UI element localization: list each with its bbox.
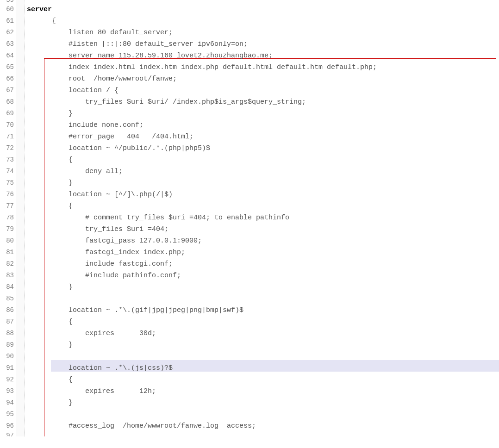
code-line[interactable]: # comment try_files $uri =404; to enable… <box>27 212 499 224</box>
line-number: 66 <box>0 73 14 85</box>
line-number: 73 <box>0 154 14 166</box>
code-line[interactable]: #access_log /home/wwwroot/fanwe.log acce… <box>27 420 499 432</box>
code-line[interactable]: #error_page 404 /404.html; <box>27 131 499 143</box>
line-number: 80 <box>0 235 14 247</box>
line-number: 76 <box>0 189 14 200</box>
line-number: 84 <box>0 281 14 293</box>
code-line[interactable]: expires 12h; <box>27 386 499 397</box>
code-line[interactable]: deny all; <box>27 166 499 177</box>
line-number: 63 <box>0 38 14 50</box>
code-line[interactable]: fastcgi_pass 127.0.0.1:9000; <box>27 235 499 247</box>
code-line[interactable]: try_files $uri =404; <box>27 224 499 235</box>
code-line[interactable]: { <box>27 154 499 166</box>
code-line[interactable]: { <box>27 15 499 27</box>
line-number: 85 <box>0 293 14 305</box>
code-line[interactable]: } <box>27 281 499 293</box>
code-line[interactable]: location / { <box>27 85 499 96</box>
line-number: 90 <box>0 351 14 362</box>
line-number: 93 <box>0 386 14 397</box>
line-number: 77 <box>0 200 14 212</box>
text-caret <box>53 360 53 372</box>
line-number: 96 <box>0 420 14 432</box>
line-number: 64 <box>0 50 14 62</box>
line-number: 62 <box>0 27 14 38</box>
line-number: 74 <box>0 166 14 177</box>
code-line[interactable]: { <box>27 316 499 328</box>
line-number: 87 <box>0 316 14 328</box>
code-line[interactable]: include fastcgi.conf; <box>27 258 499 270</box>
code-line[interactable]: location ~ .*\.(js|css)?$ <box>27 362 499 374</box>
code-line[interactable]: fastcgi_index index.php; <box>27 247 499 258</box>
line-number: 81 <box>0 247 14 258</box>
code-line[interactable]: location ~ .*\.(gif|jpg|jpeg|png|bmp|swf… <box>27 305 499 316</box>
code-line[interactable]: location ~ ^/public/.*.(php|php5)$ <box>27 143 499 154</box>
code-line <box>27 0 499 4</box>
line-number: 72 <box>0 143 14 154</box>
line-number: 59 <box>0 0 14 4</box>
code-editor[interactable]: 59 6061626364656667686970717273747576777… <box>0 0 499 436</box>
line-number: 97 <box>0 432 14 436</box>
code-line[interactable]: root /home/wwwroot/fanwe; <box>27 73 499 85</box>
code-line[interactable]: include none.conf; <box>27 119 499 131</box>
line-number: 88 <box>0 328 14 339</box>
code-line[interactable] <box>27 409 499 420</box>
line-number: 61 <box>0 15 14 27</box>
code-line[interactable]: } <box>27 177 499 189</box>
line-number: 71 <box>0 131 14 143</box>
code-line[interactable]: server <box>27 4 499 15</box>
line-number: 69 <box>0 108 14 119</box>
line-number-gutter: 59 6061626364656667686970717273747576777… <box>0 0 16 436</box>
code-line[interactable]: location ~ [^/]\.php(/|$) <box>27 189 499 200</box>
code-line[interactable]: } <box>27 108 499 119</box>
line-number: 82 <box>0 258 14 270</box>
code-area[interactable]: server { listen 80 default_server; #list… <box>25 0 499 436</box>
line-number: 68 <box>0 96 14 108</box>
line-number: 86 <box>0 305 14 316</box>
code-line[interactable]: server_name 115.28.59.160 lovet2.zhouzha… <box>27 50 499 62</box>
code-line[interactable]: try_files $uri $uri/ /index.php$is_args$… <box>27 96 499 108</box>
code-line[interactable]: listen 80 default_server; <box>27 27 499 38</box>
line-number: 94 <box>0 397 14 409</box>
code-line[interactable]: expires 30d; <box>27 328 499 339</box>
code-line[interactable]: #listen [::]:80 default_server ipv6only=… <box>27 38 499 50</box>
fold-column <box>16 0 25 436</box>
line-number: 65 <box>0 62 14 73</box>
line-number: 67 <box>0 85 14 96</box>
code-line[interactable] <box>27 293 499 305</box>
line-number: 92 <box>0 374 14 386</box>
code-line[interactable]: { <box>27 200 499 212</box>
line-number: 95 <box>0 409 14 420</box>
code-line[interactable]: index index.html index.htm index.php def… <box>27 62 499 73</box>
code-line[interactable]: #include pathinfo.conf; <box>27 270 499 281</box>
code-line[interactable]: { <box>27 374 499 386</box>
line-number: 60 <box>0 4 14 15</box>
code-line[interactable] <box>27 351 499 362</box>
code-line[interactable]: } <box>27 397 499 409</box>
line-number: 78 <box>0 212 14 224</box>
line-number: 75 <box>0 177 14 189</box>
line-number: 91 <box>0 362 14 374</box>
code-line[interactable]: } <box>27 339 499 351</box>
line-number: 70 <box>0 119 14 131</box>
line-number: 89 <box>0 339 14 351</box>
line-number: 83 <box>0 270 14 281</box>
line-number: 79 <box>0 224 14 235</box>
